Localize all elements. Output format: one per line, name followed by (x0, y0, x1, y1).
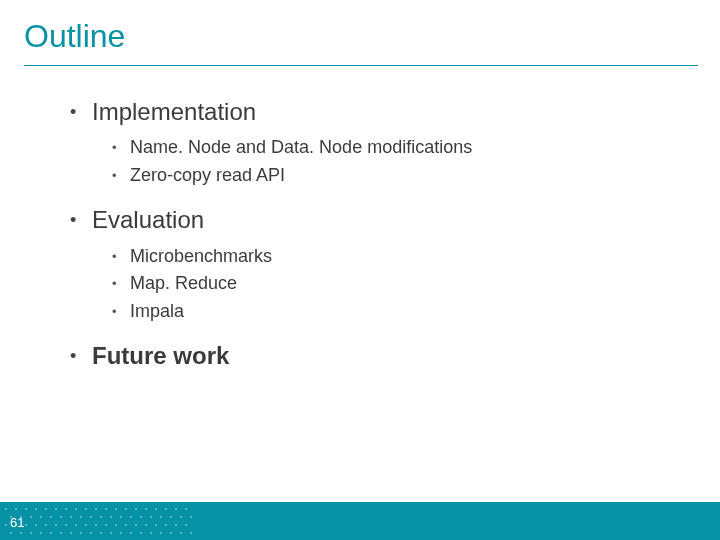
svg-rect-44 (65, 524, 67, 526)
list-item-label: Future work (92, 342, 229, 369)
sub-list-item: Microbenchmarks (112, 243, 680, 271)
svg-rect-37 (190, 516, 192, 518)
svg-rect-61 (50, 532, 52, 534)
svg-rect-72 (160, 532, 162, 534)
svg-rect-3 (35, 508, 37, 510)
svg-rect-58 (20, 532, 22, 534)
svg-rect-66 (100, 532, 102, 534)
svg-rect-23 (50, 516, 52, 518)
page-number: 61 (10, 515, 24, 530)
svg-rect-36 (180, 516, 182, 518)
svg-rect-52 (145, 524, 147, 526)
svg-rect-63 (70, 532, 72, 534)
svg-rect-24 (60, 516, 62, 518)
sub-list-item: Impala (112, 298, 680, 326)
list-item-label: Evaluation (92, 206, 204, 233)
slide-content: Implementation Name. Node and Data. Node… (0, 66, 720, 373)
svg-rect-10 (105, 508, 107, 510)
svg-rect-75 (190, 532, 192, 534)
svg-rect-60 (40, 532, 42, 534)
svg-rect-4 (45, 508, 47, 510)
svg-rect-14 (145, 508, 147, 510)
svg-rect-64 (80, 532, 82, 534)
sub-list: Name. Node and Data. Node modifications … (112, 134, 680, 190)
svg-rect-74 (180, 532, 182, 534)
slide-title: Outline (0, 0, 720, 65)
svg-rect-33 (150, 516, 152, 518)
svg-rect-67 (110, 532, 112, 534)
list-item: Future work (70, 340, 680, 372)
svg-rect-56 (185, 524, 187, 526)
list-item-label: Implementation (92, 98, 256, 125)
svg-rect-25 (70, 516, 72, 518)
svg-rect-29 (110, 516, 112, 518)
sub-list-item: Zero-copy read API (112, 162, 680, 190)
svg-rect-70 (140, 532, 142, 534)
footer-pattern-icon (0, 502, 210, 540)
svg-rect-8 (85, 508, 87, 510)
sub-list: Microbenchmarks Map. Reduce Impala (112, 243, 680, 327)
svg-rect-0 (5, 508, 7, 510)
svg-rect-5 (55, 508, 57, 510)
svg-rect-27 (90, 516, 92, 518)
svg-rect-54 (165, 524, 167, 526)
svg-rect-57 (10, 532, 12, 534)
svg-rect-59 (30, 532, 32, 534)
sub-list-item: Map. Reduce (112, 270, 680, 298)
svg-rect-45 (75, 524, 77, 526)
svg-rect-42 (45, 524, 47, 526)
footer-bar: 61 (0, 502, 720, 540)
svg-rect-38 (5, 524, 7, 526)
svg-rect-41 (35, 524, 37, 526)
svg-rect-11 (115, 508, 117, 510)
svg-rect-32 (140, 516, 142, 518)
list-item: Implementation Name. Node and Data. Node… (70, 96, 680, 190)
svg-rect-13 (135, 508, 137, 510)
svg-rect-71 (150, 532, 152, 534)
svg-rect-35 (170, 516, 172, 518)
svg-rect-22 (40, 516, 42, 518)
svg-rect-49 (115, 524, 117, 526)
svg-rect-30 (120, 516, 122, 518)
svg-rect-55 (175, 524, 177, 526)
svg-rect-9 (95, 508, 97, 510)
svg-rect-17 (175, 508, 177, 510)
svg-rect-48 (105, 524, 107, 526)
svg-rect-31 (130, 516, 132, 518)
list-item: Evaluation Microbenchmarks Map. Reduce I… (70, 204, 680, 326)
svg-rect-51 (135, 524, 137, 526)
svg-rect-53 (155, 524, 157, 526)
svg-rect-1 (15, 508, 17, 510)
svg-rect-21 (30, 516, 32, 518)
svg-rect-16 (165, 508, 167, 510)
svg-rect-62 (60, 532, 62, 534)
svg-rect-18 (185, 508, 187, 510)
svg-rect-47 (95, 524, 97, 526)
svg-rect-6 (65, 508, 67, 510)
svg-rect-26 (80, 516, 82, 518)
svg-rect-7 (75, 508, 77, 510)
svg-rect-46 (85, 524, 87, 526)
outline-list: Implementation Name. Node and Data. Node… (70, 96, 680, 373)
svg-rect-43 (55, 524, 57, 526)
svg-rect-34 (160, 516, 162, 518)
svg-rect-69 (130, 532, 132, 534)
svg-rect-68 (120, 532, 122, 534)
svg-rect-15 (155, 508, 157, 510)
sub-list-item: Name. Node and Data. Node modifications (112, 134, 680, 162)
svg-rect-28 (100, 516, 102, 518)
svg-rect-65 (90, 532, 92, 534)
svg-rect-73 (170, 532, 172, 534)
svg-rect-2 (25, 508, 27, 510)
svg-rect-12 (125, 508, 127, 510)
svg-rect-40 (25, 524, 27, 526)
svg-rect-50 (125, 524, 127, 526)
